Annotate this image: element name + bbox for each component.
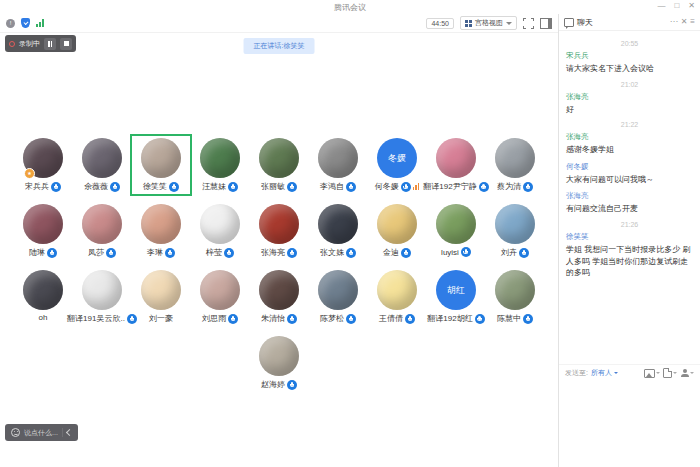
quick-chat-placeholder[interactable]: 说点什么... xyxy=(24,428,58,438)
chat-message: 张海亮好 xyxy=(566,92,693,116)
participant-cell[interactable]: 宋兵兵 xyxy=(14,136,72,194)
mic-icon xyxy=(523,182,533,192)
participant-cell[interactable]: 金迪 xyxy=(368,202,426,260)
pause-recording-button[interactable] xyxy=(44,38,56,50)
chat-sender-name: 徐笑笑 xyxy=(566,232,693,242)
meeting-info-icon[interactable]: ! xyxy=(6,19,15,28)
chat-close-icon[interactable]: ✕ xyxy=(681,17,688,27)
participant-grid: 宋兵兵余薇薇徐笑笑汪慧妹张丽敏李鸿自冬媛何冬媛翻译192尹宁静蔡为清陆琳凤莎李琳… xyxy=(0,136,558,392)
participant-cell[interactable]: 刘思雨 xyxy=(191,268,249,326)
mention-button[interactable] xyxy=(680,369,694,377)
image-upload-button[interactable] xyxy=(644,369,660,378)
layout-view-button[interactable]: 宫格视图 xyxy=(460,16,517,30)
participant-name-row: 翻译192胡红 xyxy=(427,313,484,324)
participant-cell[interactable]: 胡红翻译192胡红 xyxy=(427,268,485,326)
avatar xyxy=(200,138,240,178)
participant-name-row: 蔡为清 xyxy=(497,181,533,192)
mic-icon xyxy=(475,314,485,324)
chevron-down-icon xyxy=(506,22,512,25)
participant-cell[interactable]: 余薇薇 xyxy=(73,136,131,194)
chat-input[interactable] xyxy=(559,381,700,467)
participant-cell[interactable]: 张海亮 xyxy=(250,202,308,260)
minimize-button[interactable]: — xyxy=(657,1,665,11)
chat-messages[interactable]: 20:55宋兵兵请大家实名下进入会议哈21:02张海亮好21:22张海亮感谢冬媛… xyxy=(559,31,700,364)
fullscreen-icon[interactable] xyxy=(523,18,534,29)
participant-cell[interactable]: 翻译191吴云欣.. xyxy=(73,268,131,326)
participant-name-row: 刘一豪 xyxy=(149,313,173,324)
participant-name: 李琳 xyxy=(147,247,163,258)
avatar xyxy=(377,204,417,244)
participant-name: 陈梦松 xyxy=(320,313,344,324)
security-shield-icon[interactable] xyxy=(21,18,30,28)
participant-cell[interactable]: 张文姝 xyxy=(309,202,367,260)
participant-cell[interactable]: 凤莎 xyxy=(73,202,131,260)
chat-timestamp: 21:02 xyxy=(566,81,693,88)
mic-icon xyxy=(287,314,297,324)
network-signal-icon[interactable] xyxy=(36,19,44,27)
emoji-smiley-icon[interactable] xyxy=(11,428,20,437)
participant-cell[interactable]: 陆琳 xyxy=(14,202,72,260)
participant-cell[interactable]: luyisi xyxy=(427,202,485,260)
participant-cell[interactable]: 陈梦松 xyxy=(309,268,367,326)
collapse-chevron-icon[interactable] xyxy=(66,429,73,436)
avatar xyxy=(200,270,240,310)
quick-chat-bar[interactable]: 说点什么... xyxy=(5,424,78,441)
participant-name: 张文姝 xyxy=(320,247,344,258)
participant-name-row: 徐笑笑 xyxy=(143,181,179,192)
chat-footer: 发送至: 所有人 xyxy=(559,364,700,381)
participant-cell[interactable]: oh xyxy=(14,268,72,326)
chat-more-icon[interactable]: ⋯ xyxy=(670,17,678,27)
participant-name-row: 李琳 xyxy=(147,247,175,258)
meeting-main-area: ! 44:50 宫格视图 录制中 xyxy=(0,14,558,467)
chat-message: 张海亮有问题交流自己开麦 xyxy=(566,191,693,215)
participant-cell[interactable]: 徐笑笑 xyxy=(132,136,190,194)
participant-name-row: 朱清怡 xyxy=(261,313,297,324)
mic-icon xyxy=(169,182,179,192)
participant-cell[interactable]: 冬媛何冬媛 xyxy=(368,136,426,194)
avatar xyxy=(23,204,63,244)
recording-dot-icon xyxy=(9,41,15,47)
participant-cell[interactable]: 朱清怡 xyxy=(250,268,308,326)
mic-icon xyxy=(51,182,61,192)
chat-message-text: 好 xyxy=(566,104,693,116)
participant-cell[interactable]: 张丽敏 xyxy=(250,136,308,194)
participant-name-row: oh xyxy=(39,313,48,322)
participant-cell[interactable]: 蔡为清 xyxy=(486,136,544,194)
participant-name: 刘一豪 xyxy=(149,313,173,324)
avatar xyxy=(141,270,181,310)
participant-name-row: 赵海婷 xyxy=(261,379,297,390)
avatar: 冬媛 xyxy=(377,138,417,178)
participant-cell[interactable]: 翻译192尹宁静 xyxy=(427,136,485,194)
participant-cell[interactable]: 刘一豪 xyxy=(132,268,190,326)
avatar xyxy=(436,204,476,244)
participant-cell[interactable]: 李鸿自 xyxy=(309,136,367,194)
chat-menu-icon[interactable]: ≡ xyxy=(690,17,695,27)
participant-cell[interactable]: 李琳 xyxy=(132,202,190,260)
file-upload-button[interactable] xyxy=(663,368,677,378)
avatar xyxy=(82,204,122,244)
participant-cell[interactable]: 刘卉 xyxy=(486,202,544,260)
avatar xyxy=(82,270,122,310)
participant-cell[interactable]: 赵海婷 xyxy=(250,334,308,392)
participant-name: 翻译192胡红 xyxy=(427,313,472,324)
participant-cell[interactable]: 陈慧中 xyxy=(486,268,544,326)
divider xyxy=(62,428,63,437)
mic-icon xyxy=(127,314,137,324)
mic-icon xyxy=(287,182,297,192)
participant-name-row: 王倩倩 xyxy=(379,313,415,324)
send-to-selector[interactable]: 所有人 xyxy=(591,368,618,378)
participant-row: 赵海婷 xyxy=(250,334,308,392)
participant-cell[interactable]: 梓莹 xyxy=(191,202,249,260)
window-title: 腾讯会议 xyxy=(334,2,366,13)
participant-cell[interactable]: 王倩倩 xyxy=(368,268,426,326)
participant-name-row: 李鸿自 xyxy=(320,181,356,192)
side-panel-toggle-icon[interactable] xyxy=(540,18,552,29)
topbar-status-icons: ! xyxy=(6,18,44,28)
grid-view-icon xyxy=(465,20,472,27)
participant-cell[interactable]: 汪慧妹 xyxy=(191,136,249,194)
participant-row: oh翻译191吴云欣..刘一豪刘思雨朱清怡陈梦松王倩倩胡红翻译192胡红陈慧中 xyxy=(14,268,544,326)
avatar xyxy=(495,138,535,178)
close-button[interactable]: ✕ xyxy=(688,1,695,11)
stop-recording-button[interactable] xyxy=(60,38,72,50)
maximize-button[interactable]: □ xyxy=(674,1,679,11)
